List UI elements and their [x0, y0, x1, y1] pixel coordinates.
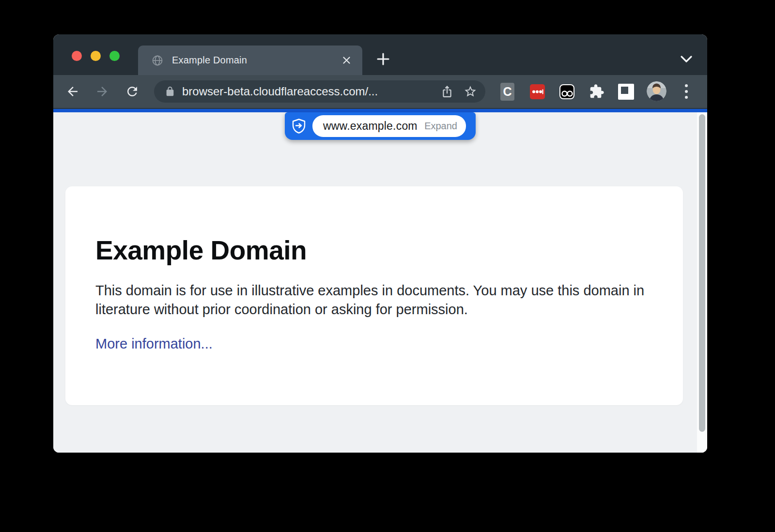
forward-arrow-icon — [95, 84, 109, 99]
page-title: Example Domain — [95, 235, 683, 266]
tab-close-icon[interactable] — [341, 55, 352, 66]
page-paragraph: This domain is for use in illustrative e… — [95, 281, 652, 319]
browser-tab[interactable]: Example Domain — [138, 46, 362, 75]
reload-icon — [125, 84, 140, 99]
bookmark-button[interactable] — [462, 83, 479, 100]
more-information-link[interactable]: More information... — [95, 336, 213, 352]
scrollbar-track[interactable] — [697, 112, 707, 453]
puzzle-icon — [589, 84, 604, 99]
kebab-menu-icon — [684, 83, 689, 100]
pill-domain-text: www.example.com — [323, 120, 418, 133]
pill-expand-button[interactable]: Expand — [424, 121, 457, 132]
globe-favicon-icon — [152, 55, 163, 66]
profile-avatar[interactable] — [647, 81, 666, 101]
lock-icon — [165, 86, 175, 97]
chevron-down-icon — [680, 55, 693, 63]
close-window-button[interactable] — [72, 51, 82, 61]
tab-search-chevron-button[interactable] — [680, 53, 693, 65]
side-panel-button[interactable] — [618, 84, 634, 100]
zoom-window-button[interactable] — [109, 51, 120, 61]
page-viewport: www.example.com Expand Example Domain Th… — [53, 112, 707, 453]
window-controls — [72, 51, 120, 61]
tab-title: Example Domain — [172, 55, 341, 66]
forward-button[interactable] — [94, 83, 110, 100]
toolbar: browser-beta.cloudflareaccess.com/... C — [53, 75, 707, 108]
back-arrow-icon — [65, 84, 80, 99]
avatar-photo-icon — [647, 81, 666, 101]
new-tab-plus-icon — [376, 52, 390, 66]
lastpass-extension-button[interactable] — [530, 84, 545, 99]
minimize-window-button[interactable] — [91, 51, 101, 61]
page-card: Example Domain This domain is for use in… — [65, 186, 683, 405]
url-text[interactable]: browser-beta.cloudflareaccess.com/... — [182, 85, 439, 98]
browser-window: Example Domain — [53, 34, 707, 453]
scrollbar-thumb[interactable] — [699, 114, 705, 432]
accent-blue-bar — [53, 109, 707, 112]
domain-pill-inner[interactable]: www.example.com Expand — [312, 115, 466, 137]
star-icon — [464, 85, 477, 98]
tab-strip: Example Domain — [53, 34, 707, 75]
extensions-menu-button[interactable] — [589, 84, 604, 99]
two-circles-icon — [560, 85, 574, 98]
lastpass-dots-icon — [531, 85, 544, 98]
share-button[interactable] — [439, 83, 455, 100]
shield-arrow-icon — [292, 119, 306, 134]
domain-pill[interactable]: www.example.com Expand — [285, 112, 476, 140]
black-two-circles-extension-button[interactable] — [559, 84, 574, 99]
browser-menu-button[interactable] — [680, 83, 693, 100]
reload-button[interactable] — [124, 83, 140, 100]
c-extension-button[interactable]: C — [500, 83, 514, 101]
back-button[interactable] — [64, 83, 81, 100]
c-extension-label: C — [503, 85, 512, 99]
share-icon — [441, 85, 453, 98]
address-bar[interactable]: browser-beta.cloudflareaccess.com/... — [154, 80, 485, 103]
new-tab-button[interactable] — [376, 52, 390, 66]
side-panel-icon — [621, 87, 628, 94]
